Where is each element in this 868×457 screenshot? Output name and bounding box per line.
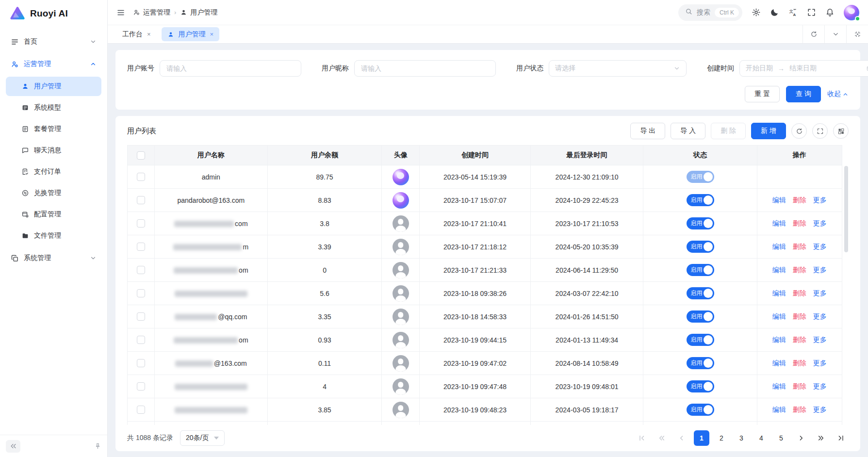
sidebar-item-兑换管理[interactable]: 兑换管理 [6,183,101,203]
fullscreen-button[interactable] [807,8,816,17]
edit-link[interactable]: 编辑 [772,243,786,250]
sidebar-item-系统模型[interactable]: 系统模型 [6,98,101,117]
breadcrumb-item-运营管理[interactable]: 运营管理 [133,8,170,17]
delete-link[interactable]: 删除 [793,359,806,367]
delete-link[interactable]: 删除 [793,289,806,297]
delete-link[interactable]: 删除 [793,243,806,250]
edit-link[interactable]: 编辑 [772,196,786,204]
status-toggle[interactable]: 启用 [687,264,714,276]
delete-link[interactable]: 删除 [793,196,806,204]
user-avatar[interactable] [844,5,859,20]
more-link[interactable]: 更多 [813,219,827,227]
export-button[interactable]: 导 出 [630,123,665,139]
more-link[interactable]: 更多 [813,196,827,204]
more-link[interactable]: 更多 [813,289,827,297]
table-scrollbar-thumb[interactable] [844,166,848,252]
edit-link[interactable]: 编辑 [772,406,786,413]
close-icon[interactable]: × [210,31,214,37]
page-button-4[interactable]: 4 [753,430,769,446]
status-toggle[interactable]: 启用 [687,171,714,183]
more-link[interactable]: 更多 [813,359,827,367]
notification-button[interactable] [825,8,835,17]
edit-link[interactable]: 编辑 [772,382,786,390]
sidebar-item-文件管理[interactable]: 文件管理 [6,226,101,245]
delete-link[interactable]: 删除 [793,382,806,390]
delete-link[interactable]: 删除 [793,266,806,274]
close-icon[interactable]: × [147,31,151,37]
settings-button[interactable] [752,8,761,17]
search-button[interactable]: 查 询 [786,86,821,102]
row-checkbox[interactable] [137,243,145,251]
row-checkbox[interactable] [137,196,145,204]
global-search[interactable]: 搜索 Ctrl K [678,4,742,21]
menu-toggle-icon[interactable] [116,8,125,17]
more-link[interactable]: 更多 [813,336,827,343]
row-checkbox[interactable] [137,406,145,414]
more-link[interactable]: 更多 [813,382,827,390]
sidebar-item-配置管理[interactable]: 配置管理 [6,205,101,224]
sidebar-section-0[interactable]: 首页 [6,32,101,51]
delete-link[interactable]: 删除 [793,312,806,320]
status-toggle[interactable]: 启用 [687,404,714,416]
edit-link[interactable]: 编辑 [772,219,786,227]
tabbar-chevron-down-button[interactable] [824,25,846,43]
tabbar-fullscreen-exit-button[interactable] [846,25,868,43]
page-button-2[interactable]: 2 [714,430,729,446]
sidebar-section-2[interactable]: 系统管理 [6,248,101,268]
edit-link[interactable]: 编辑 [772,266,786,274]
status-select[interactable]: 请选择 [549,60,687,77]
status-toggle[interactable]: 启用 [687,334,714,346]
tab-工作台[interactable]: 工作台× [116,27,157,41]
delete-link[interactable]: 删除 [793,219,806,227]
account-input[interactable] [160,60,301,77]
brand[interactable]: Ruoyi AI [0,0,107,27]
status-toggle[interactable]: 启用 [687,310,714,323]
row-checkbox[interactable] [137,382,145,391]
import-button[interactable]: 导 入 [671,123,705,139]
more-link[interactable]: 更多 [813,406,827,413]
page-size-select[interactable]: 20条/页 [180,430,225,446]
created-range-datepicker[interactable]: 开始日期→结束日期 [739,60,868,77]
status-toggle[interactable]: 启用 [687,194,714,206]
select-all-checkbox[interactable] [137,151,145,160]
status-toggle[interactable]: 启用 [687,241,714,253]
row-checkbox[interactable] [137,359,145,367]
page-button-1[interactable]: 1 [694,430,709,446]
column-settings-button[interactable] [833,123,849,139]
delete-button[interactable]: 删 除 [711,123,746,139]
prev-page-button[interactable] [674,430,689,446]
row-checkbox[interactable] [137,173,145,181]
refresh-table-button[interactable] [791,123,807,139]
row-checkbox[interactable] [137,289,145,297]
status-toggle[interactable]: 启用 [687,217,714,229]
collapse-filters-link[interactable]: 收起 [827,90,849,98]
delete-link[interactable]: 删除 [793,336,806,343]
more-link[interactable]: 更多 [813,312,827,320]
first-page-button[interactable] [634,430,650,446]
prev-pages-button[interactable] [654,430,670,446]
status-toggle[interactable]: 启用 [687,287,714,299]
page-button-3[interactable]: 3 [734,430,749,446]
sidebar-collapse-button[interactable] [6,440,20,453]
breadcrumb-item-用户管理[interactable]: 用户管理 [180,8,217,17]
pin-icon[interactable] [94,442,101,450]
last-page-button[interactable] [833,430,849,446]
nickname-input[interactable] [354,60,496,77]
edit-link[interactable]: 编辑 [772,359,786,367]
edit-link[interactable]: 编辑 [772,312,786,320]
language-button[interactable]: 文A [788,8,798,17]
tab-用户管理[interactable]: 用户管理× [162,27,220,41]
delete-link[interactable]: 删除 [793,406,806,413]
tabbar-refresh-button[interactable] [802,25,824,43]
reset-button[interactable]: 重 置 [745,86,780,102]
row-checkbox[interactable] [137,219,145,228]
edit-link[interactable]: 编辑 [772,336,786,343]
fullscreen-table-button[interactable] [812,123,828,139]
next-page-button[interactable] [793,430,809,446]
status-toggle[interactable]: 启用 [687,357,714,369]
edit-link[interactable]: 编辑 [772,289,786,297]
sidebar-item-支付订单[interactable]: 支付订单 [6,162,101,181]
status-toggle[interactable]: 启用 [687,380,714,392]
sidebar-section-1[interactable]: 运营管理 [6,54,101,74]
row-checkbox[interactable] [137,336,145,344]
